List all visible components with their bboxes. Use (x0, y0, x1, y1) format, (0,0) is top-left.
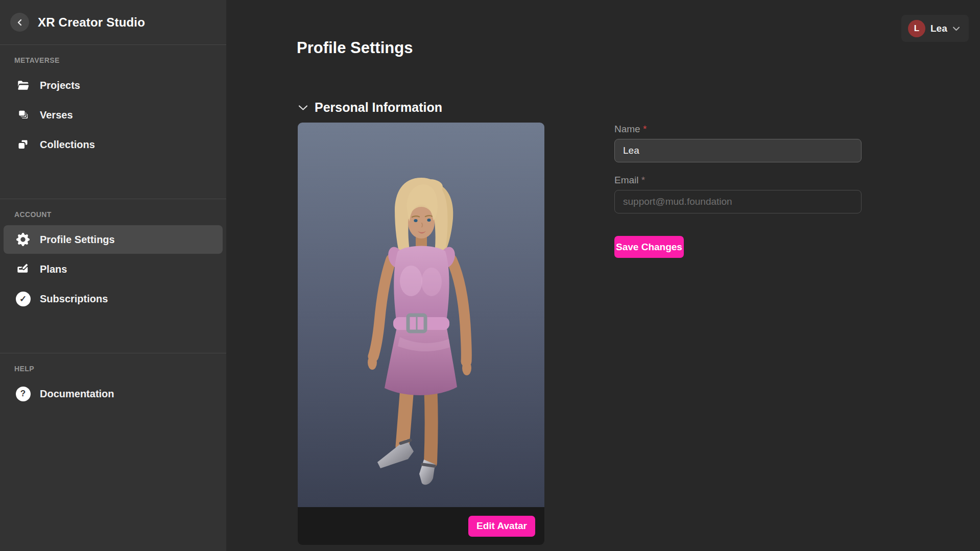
avatar-footer: Edit Avatar (298, 507, 544, 545)
sidebar-item-label: Projects (40, 80, 80, 91)
app-title: XR Creator Studio (38, 15, 145, 30)
sidebar-item-label: Profile Settings (40, 234, 115, 246)
section-title: Personal Information (315, 100, 442, 115)
section-label: HELP (14, 365, 226, 373)
card-pencil-icon (15, 262, 31, 276)
email-label-text: Email (614, 175, 639, 185)
sidebar: XR Creator Studio METAVERSE Projects Ver… (0, 0, 226, 551)
avatar-3d-preview[interactable] (298, 123, 544, 507)
user-avatar: L (908, 20, 925, 37)
chevron-down-icon (952, 26, 960, 31)
sidebar-item-subscriptions[interactable]: ✓ Subscriptions (4, 284, 223, 313)
chevron-left-icon (16, 19, 23, 26)
section-label: METAVERSE (14, 56, 226, 64)
copy-stack-icon (15, 138, 31, 151)
sidebar-section-help: HELP ? Documentation (0, 353, 226, 408)
stacked-layers-icon (15, 108, 31, 122)
question-glyph: ? (16, 387, 31, 401)
user-menu[interactable]: L Lea (901, 15, 969, 42)
xr-creator-studio-app: { "app": { "title": "XR Creator Studio" … (0, 0, 980, 551)
sidebar-item-projects[interactable]: Projects (4, 71, 223, 100)
email-input[interactable] (614, 190, 862, 213)
user-name: Lea (930, 23, 947, 34)
question-circle-icon: ? (15, 387, 31, 401)
check-circle-icon: ✓ (15, 292, 31, 306)
sidebar-item-label: Subscriptions (40, 293, 108, 305)
sidebar-item-collections[interactable]: Collections (4, 130, 223, 159)
chevron-down-icon (298, 105, 308, 111)
sidebar-section-account: ACCOUNT Profile Settings Plans ✓ Subscri… (0, 199, 226, 313)
folder-open-icon (15, 79, 31, 91)
sidebar-item-verses[interactable]: Verses (4, 101, 223, 129)
section-label: ACCOUNT (14, 210, 226, 219)
required-mark: * (641, 175, 645, 185)
sidebar-item-documentation[interactable]: ? Documentation (4, 379, 223, 408)
sidebar-item-label: Verses (40, 109, 73, 121)
sidebar-item-profile-settings[interactable]: Profile Settings (4, 225, 223, 254)
page-title: Profile Settings (297, 39, 413, 57)
gear-icon (15, 233, 31, 246)
sidebar-item-plans[interactable]: Plans (4, 255, 223, 283)
name-input[interactable] (614, 139, 862, 162)
sidebar-item-label: Plans (40, 263, 67, 275)
required-mark: * (643, 124, 647, 134)
sidebar-section-metaverse: METAVERSE Projects Verses Collections (0, 45, 226, 159)
avatar-card: Edit Avatar (298, 123, 544, 545)
name-label: Name * (614, 124, 647, 135)
back-button[interactable] (10, 13, 29, 32)
sidebar-header: XR Creator Studio (0, 0, 226, 45)
sidebar-item-label: Collections (40, 139, 95, 151)
sidebar-item-label: Documentation (40, 388, 114, 400)
check-glyph: ✓ (16, 292, 31, 306)
email-label: Email * (614, 175, 645, 186)
save-changes-button[interactable]: Save Changes (614, 236, 684, 258)
personal-information-section-toggle[interactable]: Personal Information (298, 100, 442, 115)
edit-avatar-button[interactable]: Edit Avatar (468, 516, 535, 537)
name-label-text: Name (614, 124, 640, 134)
